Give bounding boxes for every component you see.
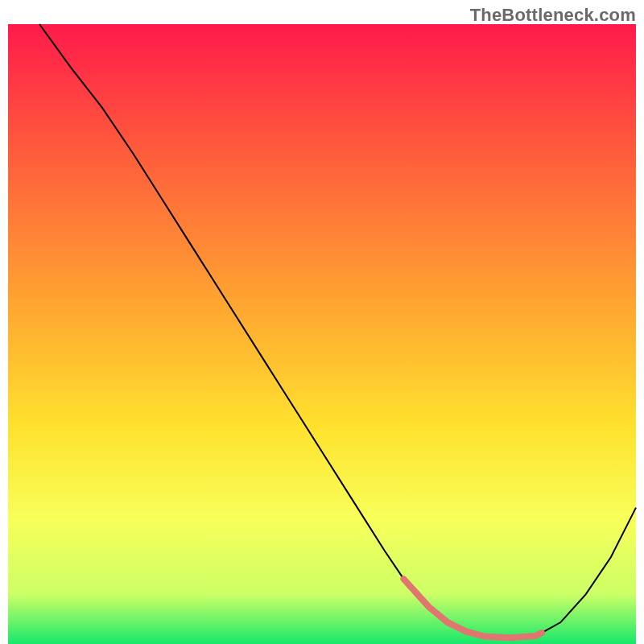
chart-canvas: TheBottleneck.com [0, 0, 644, 644]
plot-svg [8, 24, 636, 644]
plot-background-gradient [8, 24, 636, 644]
watermark-text: TheBottleneck.com [470, 5, 636, 26]
